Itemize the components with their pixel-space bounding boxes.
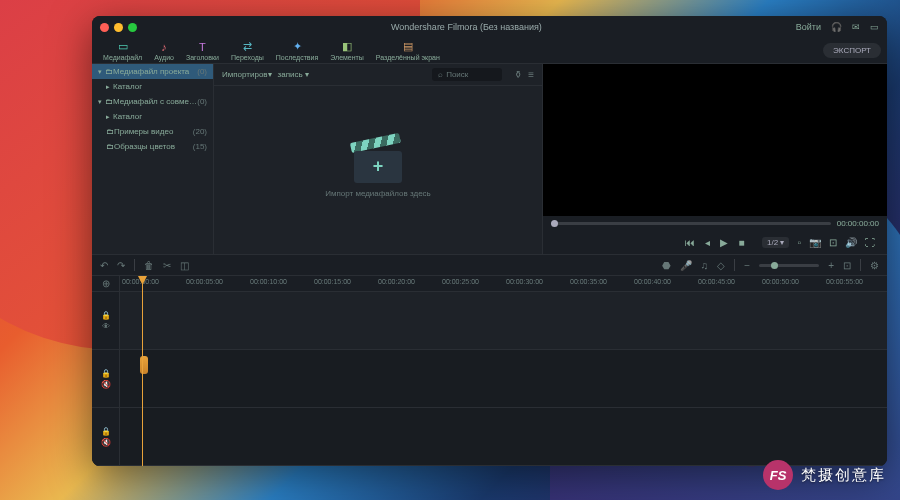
snapshot-icon[interactable]: 📷	[809, 237, 821, 248]
watermark: FS 梵摄创意库	[763, 460, 886, 490]
timeline-panel: ⊕ 🔒👁 🔒🔇 🔒🔇 00:00:00:00 00:00:05:00 00:00…	[92, 276, 887, 466]
sort-icon[interactable]: ≡	[528, 69, 534, 80]
fullscreen-icon[interactable]: ⛶	[865, 237, 875, 248]
upper-panel: ▾🗀 Медиафайл проекта(0) ▸Каталог ▾🗀 Меди…	[92, 64, 887, 254]
play-btn[interactable]: ▶	[720, 237, 728, 248]
folder-icon: 🗀	[105, 67, 113, 76]
zoom-out-icon[interactable]: −	[744, 260, 750, 271]
folder-icon: 🗀	[106, 127, 114, 136]
maximize-window-btn[interactable]	[128, 23, 137, 32]
tab-titles[interactable]: TЗаголовки	[181, 39, 224, 63]
volume-icon[interactable]: 🔊	[845, 237, 857, 248]
media-icon: ▭	[118, 40, 128, 53]
window-controls	[100, 23, 137, 32]
timeline-toolbar: ↶ ↷ 🗑 ✂ ◫ ⬣ 🎤 ♫ ◇ − + ⊡ ⚙	[92, 254, 887, 276]
lock-icon[interactable]: 🔒	[101, 311, 111, 320]
sidebar-item-sample-video[interactable]: 🗀 Примеры видео(20)	[92, 124, 213, 139]
audio-track-1[interactable]	[120, 350, 887, 408]
app-window: Wondershare Filmora (Без названия) Войти…	[92, 16, 887, 466]
keyframe-icon[interactable]: ◇	[717, 260, 725, 271]
track-headers: ⊕ 🔒👁 🔒🔇 🔒🔇	[92, 276, 120, 466]
lock-icon[interactable]: 🔒	[101, 369, 111, 378]
zoom-fit-icon[interactable]: ⊡	[843, 260, 851, 271]
mute-icon[interactable]: 🔇	[101, 380, 111, 389]
tab-media[interactable]: ▭Медиафайл	[98, 38, 147, 63]
media-panel: Импортиров▾ запись ▾ ⌕Поиск ⚱ ≡ Импорт м…	[214, 64, 542, 254]
folder-icon: 🗀	[105, 97, 113, 106]
add-track-icon[interactable]: ⊕	[102, 278, 110, 289]
crop-icon[interactable]: ◫	[180, 260, 189, 271]
clapperboard-icon	[354, 143, 402, 183]
audio-track-header[interactable]: 🔒🔇	[92, 350, 119, 408]
preview-zoom[interactable]: 1/2 ▾	[762, 237, 789, 248]
quality-icon[interactable]: ▫	[797, 237, 801, 248]
stop-btn[interactable]: ■	[738, 237, 744, 248]
timeline-tracks[interactable]: 00:00:00:00 00:00:05:00 00:00:10:00 00:0…	[120, 276, 887, 466]
prev-frame-btn[interactable]: ⏮	[685, 237, 695, 248]
tab-effects[interactable]: ✦Последствия	[271, 38, 323, 63]
notification-icon[interactable]: ▭	[870, 22, 879, 32]
mic-icon[interactable]: 🎤	[680, 260, 692, 271]
titles-icon: T	[199, 41, 206, 53]
sidebar-item-catalog1[interactable]: ▸Каталог	[92, 79, 213, 94]
audio-track-2[interactable]	[120, 408, 887, 466]
mark-in-icon[interactable]: ⊡	[829, 237, 837, 248]
search-icon: ⌕	[438, 70, 443, 79]
sidebar-item-catalog2[interactable]: ▸Каталог	[92, 109, 213, 124]
media-dropzone[interactable]: Импорт медиафайлов здесь	[214, 86, 542, 254]
delete-icon[interactable]: 🗑	[144, 260, 154, 271]
close-window-btn[interactable]	[100, 23, 109, 32]
effects-icon: ✦	[293, 40, 302, 53]
lock-icon[interactable]: 🔒	[101, 427, 111, 436]
mute-icon[interactable]: 🔇	[101, 438, 111, 447]
elements-icon: ◧	[342, 40, 352, 53]
video-track-header[interactable]: 🔒👁	[92, 292, 119, 350]
filter-icon[interactable]: ⚱	[514, 69, 522, 80]
undo-icon[interactable]: ↶	[100, 260, 108, 271]
redo-icon[interactable]: ↷	[117, 260, 125, 271]
watermark-text: 梵摄创意库	[801, 466, 886, 485]
record-button[interactable]: запись ▾	[278, 70, 309, 79]
splitscreen-icon: ▤	[403, 40, 413, 53]
playhead[interactable]	[142, 276, 143, 466]
main-tabs: ▭Медиафайл ♪Аудио TЗаголовки ⇄Переходы ✦…	[92, 38, 887, 64]
headphones-icon[interactable]: 🎧	[831, 22, 842, 32]
sidebar-item-project-media[interactable]: ▾🗀 Медиафайл проекта(0)	[92, 64, 213, 79]
sidebar-item-sample-colors[interactable]: 🗀 Образцы цветов(15)	[92, 139, 213, 154]
timeline-ruler[interactable]: 00:00:00:00 00:00:05:00 00:00:10:00 00:0…	[120, 276, 887, 292]
settings-icon[interactable]: ⚙	[870, 260, 879, 271]
export-button[interactable]: ЭКСПОРТ	[823, 43, 881, 58]
dropzone-text: Импорт медиафайлов здесь	[325, 189, 431, 198]
eye-icon[interactable]: 👁	[102, 322, 110, 331]
message-icon[interactable]: ✉	[852, 22, 860, 32]
video-track[interactable]	[120, 292, 887, 350]
transitions-icon: ⇄	[243, 40, 252, 53]
login-link[interactable]: Войти	[796, 22, 821, 32]
marker-icon[interactable]: ⬣	[662, 260, 671, 271]
watermark-badge: FS	[763, 460, 793, 490]
preview-panel: 00:00:00:00 ⏮ ◂ ▶ ■ 1/2 ▾ ▫ 📷 ⊡ 🔊 ⛶	[542, 64, 887, 254]
tab-splitscreen[interactable]: ▤Разделённый экран	[371, 38, 445, 63]
tab-elements[interactable]: ◧Элементы	[325, 38, 369, 63]
timecode: 00:00:00:00	[837, 219, 879, 228]
timeline-zoom-slider[interactable]	[759, 264, 819, 267]
import-button[interactable]: Импортиров▾	[222, 70, 272, 79]
video-canvas[interactable]	[543, 64, 887, 216]
split-icon[interactable]: ✂	[163, 260, 171, 271]
minimize-window-btn[interactable]	[114, 23, 123, 32]
audio-track2-header[interactable]: 🔒🔇	[92, 408, 119, 466]
titlebar: Wondershare Filmora (Без названия) Войти…	[92, 16, 887, 38]
tab-transitions[interactable]: ⇄Переходы	[226, 38, 269, 63]
mixer-icon[interactable]: ♫	[701, 260, 709, 271]
media-toolbar: Импортиров▾ запись ▾ ⌕Поиск ⚱ ≡	[214, 64, 542, 86]
step-back-btn[interactable]: ◂	[705, 237, 710, 248]
zoom-in-icon[interactable]: +	[828, 260, 834, 271]
media-sidebar: ▾🗀 Медиафайл проекта(0) ▸Каталог ▾🗀 Меди…	[92, 64, 214, 254]
audio-icon: ♪	[161, 41, 167, 53]
scrub-bar[interactable]	[551, 222, 831, 225]
tab-audio[interactable]: ♪Аудио	[149, 39, 179, 63]
sidebar-item-shared-media[interactable]: ▾🗀 Медиафайл с совме…(0)	[92, 94, 213, 109]
search-input[interactable]: ⌕Поиск	[432, 68, 502, 81]
window-title: Wondershare Filmora (Без названия)	[137, 22, 796, 32]
folder-icon: 🗀	[106, 142, 114, 151]
